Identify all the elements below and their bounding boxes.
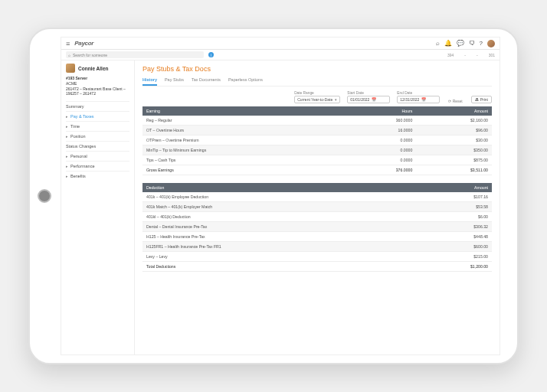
table-row: 401kl – 401(k) Deduction$6.00	[142, 212, 492, 222]
date-range-select[interactable]: Current Year-to-Date ▾	[294, 96, 340, 103]
start-date-input[interactable]: 01/01/2022 📅	[347, 96, 390, 103]
employee-meta: #193 ServerACME261472 – Restaurant Base …	[66, 76, 129, 96]
start-date-label: Start Date	[347, 91, 390, 95]
sidebar-item-label: Personal	[70, 154, 87, 158]
table-row: OTPrem – Overtime Premium0.0000$30.00	[142, 136, 492, 145]
table-row: H125FR1 – Health Insurance Pre-Tax FR1$6…	[142, 242, 492, 252]
caret-icon: ▸	[66, 164, 68, 168]
sidebar-item-label: Time	[70, 124, 80, 129]
sidebar-item-label: Performance	[70, 164, 95, 168]
caret-icon: ▸	[66, 134, 68, 139]
messages-icon[interactable]: 🗨	[469, 40, 475, 47]
page-title: Pay Stubs & Tax Docs	[142, 65, 492, 73]
deductions-total-row: Total Deductions$1,200.00	[142, 262, 492, 272]
deductions-table: Deduction Amount 401k – 401(k) Employee …	[142, 183, 492, 272]
refresh-icon: ⟳	[448, 99, 451, 103]
stat-value: 301	[489, 53, 495, 57]
search-icon[interactable]: ⌕	[436, 40, 440, 47]
table-row: OT – Overtime Hours16.0000$96.00	[142, 126, 492, 136]
table-row: H125 – Health Insurance Pre-Tax$448.48	[142, 232, 492, 242]
sidebar-item-status-changes[interactable]: Status Changes	[66, 141, 129, 151]
help-icon[interactable]: ?	[480, 40, 483, 47]
sidebar-item-label: Position	[70, 134, 86, 139]
sidebar-item-summary[interactable]: Summary	[66, 101, 129, 111]
search-placeholder: Search for someone	[73, 53, 107, 57]
filter-row: Date Range Current Year-to-Date ▾ Start …	[142, 91, 492, 103]
stat-value: 394	[447, 53, 454, 57]
sidebar-item-pay-taxes[interactable]: ▸Pay & Taxes	[66, 111, 129, 121]
employee-photo	[66, 64, 75, 73]
topbar: ≡ Paycor ⌕ 🔔 💬 🗨 ?	[61, 38, 500, 50]
deduction-header: Deduction	[142, 183, 410, 192]
earnings-table: Earning Hours Amount Reg – Regular360.00…	[142, 106, 492, 175]
tab-tax-documents[interactable]: Tax Documents	[192, 77, 221, 86]
user-avatar-icon[interactable]	[487, 40, 495, 47]
brand-logo: Paycor	[74, 40, 93, 47]
bell-icon[interactable]: 🔔	[444, 40, 452, 47]
table-row: 401k – 401(k) Employee Deduction$107.16	[142, 192, 492, 202]
tablet-home-button[interactable]	[38, 189, 51, 203]
caret-icon: ▸	[66, 154, 68, 158]
menu-icon[interactable]: ≡	[66, 40, 70, 47]
tab-history[interactable]: History	[142, 77, 157, 86]
tab-paperless-options[interactable]: Paperless Options	[228, 77, 263, 86]
table-row: Dental – Dental Insurance Pre-Tax$306.32	[142, 222, 492, 232]
print-button[interactable]: 🖶Print	[471, 96, 492, 103]
end-date-input[interactable]: 12/31/2022 📅	[397, 96, 440, 103]
caret-icon: ▸	[66, 124, 68, 129]
employee-name: Connie Allen	[78, 66, 108, 71]
magnify-icon: ⌕	[68, 53, 70, 57]
tab-pay-stubs[interactable]: Pay Stubs	[165, 77, 184, 86]
amount-header: Amount	[410, 183, 492, 192]
subbar: ⌕ Search for someone i 394--301	[61, 50, 500, 60]
sidebar-item-personal[interactable]: ▸Personal	[66, 151, 129, 161]
sidebar-item-performance[interactable]: ▸Performance	[66, 161, 129, 171]
stat-value: -	[464, 53, 466, 57]
caret-icon: ▸	[66, 174, 68, 178]
chevron-down-icon: ▾	[335, 97, 337, 102]
sidebar: Connie Allen #193 ServerACME261472 – Res…	[61, 60, 135, 354]
earnings-total-row: Gross Earnings376.0000$3,511.00	[142, 165, 492, 175]
sidebar-item-time[interactable]: ▸Time	[66, 121, 129, 131]
sidebar-item-label: Summary	[66, 104, 84, 109]
sidebar-item-label: Status Changes	[66, 144, 96, 149]
sidebar-item-benefits[interactable]: ▸Benefits	[66, 171, 129, 181]
calendar-icon: 📅	[372, 97, 376, 102]
table-row: Levy – Levy$215.00	[142, 252, 492, 262]
table-row: 401k Match – 401(k) Employer Match$53.58	[142, 202, 492, 212]
sidebar-item-label: Pay & Taxes	[70, 114, 93, 119]
tabs: HistoryPay StubsTax DocumentsPaperless O…	[142, 77, 492, 87]
earning-header: Earning	[142, 106, 344, 116]
date-range-label: Date Range	[294, 91, 340, 95]
search-input[interactable]: ⌕ Search for someone	[66, 51, 204, 58]
amount-header: Amount	[416, 106, 492, 116]
calendar-icon: 📅	[421, 97, 426, 102]
caret-icon: ▸	[66, 114, 68, 119]
hours-header: Hours	[344, 106, 416, 116]
end-date-label: End Date	[397, 91, 440, 95]
stat-value: -	[477, 53, 478, 57]
reset-button[interactable]: ⟳ Reset	[447, 99, 463, 103]
table-row: MinTip – Tip to Minimum Earnings0.0000$3…	[142, 145, 492, 155]
chat-icon[interactable]: 💬	[457, 40, 464, 47]
sidebar-item-label: Benefits	[70, 174, 86, 178]
table-row: Tips – Cash Tips0.0000$875.00	[142, 155, 492, 165]
sidebar-item-position[interactable]: ▸Position	[66, 131, 129, 141]
info-icon[interactable]: i	[208, 52, 214, 57]
print-icon: 🖶	[475, 97, 479, 102]
table-row: Reg – Regular360.0000$2,160.00	[142, 116, 492, 126]
